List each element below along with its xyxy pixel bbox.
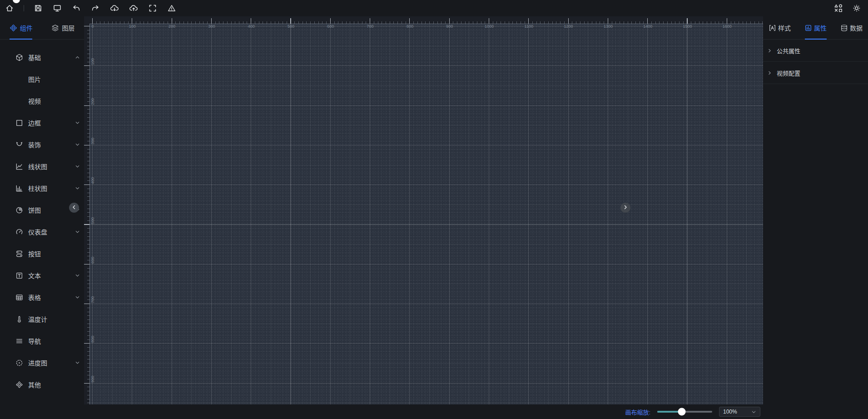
preview-icon[interactable]: [52, 3, 62, 13]
menu-category[interactable]: 导航: [0, 330, 84, 352]
menu-category[interactable]: 线状图: [0, 155, 84, 177]
border-icon: [15, 119, 23, 127]
menu-category[interactable]: 按钮: [0, 243, 84, 264]
app-window: 组件图层 基础图片视频边框装饰线状图柱状图饼图仪表盘按钮文本表格温度计导航进度图…: [0, 0, 868, 419]
chevron-down-icon: [74, 273, 80, 278]
right-panel-sections: 公共属性视频配置: [763, 40, 868, 84]
toolbar-right-group: [833, 0, 862, 16]
thermometer-icon: [15, 315, 23, 323]
chevron-down-icon: [74, 142, 80, 147]
horizontal-ruler: [89, 18, 763, 24]
v-ruler-label: 800: [90, 336, 95, 343]
line-chart-icon: [15, 162, 23, 170]
menu-category[interactable]: 文本: [0, 264, 84, 286]
right-tab-data[interactable]: 数据: [840, 16, 863, 39]
chevron-right-icon: [767, 48, 772, 53]
zoom-percent-dropdown[interactable]: 100%: [719, 407, 760, 417]
sidebar-tabs: 组件图层: [0, 16, 84, 40]
gauge-icon: [15, 228, 23, 236]
menu-category[interactable]: 基础: [0, 46, 84, 68]
collapse-left-panel-button[interactable]: [69, 203, 79, 213]
chevron-down-icon: [74, 229, 80, 234]
right-panel-tabs: 样式属性数据: [763, 16, 868, 40]
attr-icon: [804, 24, 812, 32]
menu-subitem[interactable]: 视频: [0, 90, 84, 112]
sidebar-tab-layers[interactable]: 图层: [42, 16, 84, 39]
top-toolbar: [0, 0, 868, 16]
chevron-left-icon: [71, 204, 77, 212]
menu-item-label: 装饰: [28, 140, 41, 149]
menu-category[interactable]: 仪表盘: [0, 221, 84, 243]
h-ruler-label: 1600: [723, 24, 732, 29]
menu-item-label: 温度计: [28, 314, 47, 324]
decoration-icon: [15, 140, 23, 149]
chevron-down-icon: [74, 360, 80, 365]
canvas-grid[interactable]: [89, 24, 763, 404]
save-icon[interactable]: [33, 3, 43, 13]
h-ruler-label: 1200: [564, 24, 573, 29]
warning-icon[interactable]: [167, 3, 177, 13]
h-ruler-label: 200: [169, 24, 175, 29]
menu-category[interactable]: 边框: [0, 112, 84, 134]
style-icon: [769, 24, 776, 32]
right-tab-label: 样式: [778, 23, 791, 32]
chevron-down-icon: [74, 185, 80, 191]
h-ruler-label: 0: [91, 24, 94, 29]
cloud-upload-icon[interactable]: [129, 3, 139, 13]
chevron-down-icon: [74, 120, 80, 125]
menu-category[interactable]: 进度图: [0, 352, 84, 374]
redo-icon[interactable]: [90, 3, 100, 13]
h-ruler-label: 1300: [604, 24, 613, 29]
undo-icon[interactable]: [71, 3, 81, 13]
menu-category[interactable]: 柱状图: [0, 177, 84, 199]
menu-category[interactable]: 装饰: [0, 134, 84, 155]
v-ruler-label: 700: [90, 296, 95, 303]
menu-item-label: 进度图: [28, 358, 47, 367]
menu-item-label: 按钮: [28, 249, 41, 258]
canvas-zoom-slider[interactable]: [657, 411, 712, 413]
h-ruler-label: 400: [248, 24, 255, 29]
slider-handle[interactable]: [678, 408, 686, 416]
chevron-right-icon: [767, 70, 772, 75]
menu-item-label: 导航: [28, 336, 41, 345]
chevron-up-icon: [74, 55, 80, 60]
progress-icon: [15, 359, 23, 367]
menu-item-label: 文本: [28, 271, 41, 280]
canvas-zoom-label: 画布缩放:: [625, 408, 650, 416]
collapse-right-panel-button[interactable]: [620, 203, 630, 213]
sidebar-tab-label: 组件: [20, 23, 33, 32]
menu-subitem[interactable]: 图片: [0, 68, 84, 90]
h-ruler-label: 800: [407, 24, 413, 29]
menu-category[interactable]: 表格: [0, 286, 84, 308]
panel-section-header[interactable]: 视频配置: [763, 62, 868, 84]
right-tab-label: 数据: [850, 23, 863, 32]
h-ruler-label: 1100: [525, 24, 533, 29]
v-ruler-label: 900: [90, 376, 95, 383]
chevron-right-icon: [623, 204, 628, 212]
menu-item-label: 线状图: [28, 162, 47, 171]
v-ruler-label: 300: [90, 138, 95, 145]
sidebar-tab-components[interactable]: 组件: [0, 16, 42, 39]
menu-category[interactable]: 其他: [0, 374, 84, 395]
h-ruler-label: 1400: [643, 24, 652, 29]
toolbar-divider: [24, 5, 24, 11]
v-ruler-label: 600: [90, 257, 95, 264]
vertical-ruler: [84, 24, 89, 404]
h-ruler-label: 300: [208, 24, 215, 29]
fullscreen-icon[interactable]: [148, 3, 158, 13]
v-ruler-label: 200: [90, 98, 95, 105]
component-menu: 基础图片视频边框装饰线状图柱状图饼图仪表盘按钮文本表格温度计导航进度图其他: [0, 40, 84, 395]
bottom-bar: 画布缩放: 100%: [84, 404, 763, 419]
chevron-down-icon: [74, 164, 80, 169]
right-tab-attributes[interactable]: 属性: [804, 16, 827, 39]
home-icon[interactable]: [5, 3, 15, 13]
menu-category[interactable]: 温度计: [0, 308, 84, 330]
theme-icon[interactable]: [852, 3, 862, 13]
right-tab-style[interactable]: 样式: [769, 16, 791, 39]
h-ruler-label: 700: [367, 24, 374, 29]
panel-section-header[interactable]: 公共属性: [763, 40, 868, 62]
cloud-download-icon[interactable]: [109, 3, 119, 13]
sidebar-tab-label: 图层: [62, 23, 74, 32]
v-ruler-label: 100: [90, 58, 95, 65]
components-icon[interactable]: [833, 3, 843, 13]
